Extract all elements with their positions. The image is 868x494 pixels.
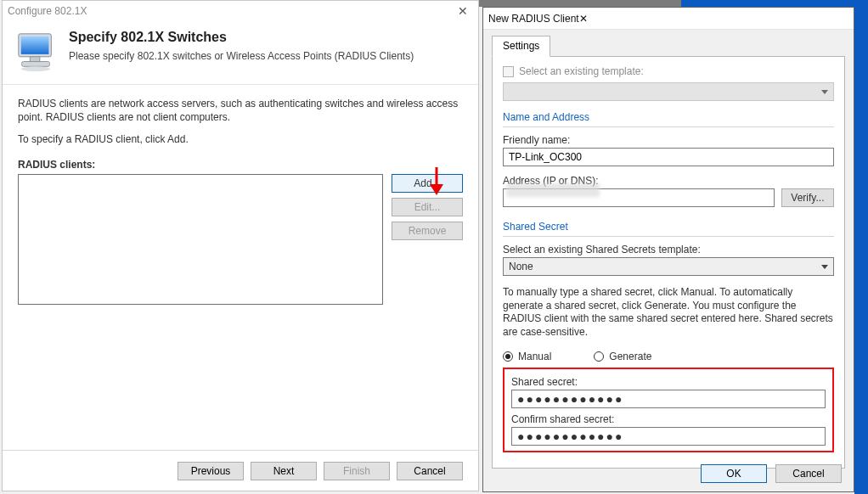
svg-rect-3 xyxy=(22,62,50,67)
shared-secret-label: Shared secret: xyxy=(511,376,826,388)
confirm-secret-label: Confirm shared secret: xyxy=(511,413,826,425)
close-icon[interactable]: ✕ xyxy=(579,13,588,25)
friendly-name-input[interactable] xyxy=(503,148,834,166)
wizard-header: Specify 802.1X Switches Please specify 8… xyxy=(3,21,478,85)
ok-button[interactable]: OK xyxy=(701,464,767,483)
dialog-titlebar[interactable]: New RADIUS Client ✕ xyxy=(483,8,854,30)
radio-generate-label: Generate xyxy=(609,351,651,362)
select-template-checkbox: Select an existing template: xyxy=(503,65,834,77)
group-name-address: Name and Address xyxy=(503,111,834,123)
radio-manual-label: Manual xyxy=(518,351,551,362)
verify-button[interactable]: Verify... xyxy=(781,188,834,207)
svg-rect-1 xyxy=(21,36,49,54)
previous-button[interactable]: Previous xyxy=(178,462,244,480)
shared-secret-template-label: Select an existing Shared Secrets templa… xyxy=(503,244,834,255)
wizard-footer: Previous Next Finish Cancel xyxy=(3,450,478,491)
svg-rect-2 xyxy=(30,57,40,62)
group-shared-secret: Shared Secret xyxy=(503,221,834,233)
titlebar[interactable]: Configure 802.1X ✕ xyxy=(3,1,478,21)
finish-button: Finish xyxy=(324,462,390,480)
radio-icon xyxy=(594,351,604,362)
separator xyxy=(503,126,834,127)
radio-generate[interactable]: Generate xyxy=(594,351,651,362)
intro-text-1: RADIUS clients are network access server… xyxy=(18,97,463,124)
manual-help-text: To manually type a shared secret, click … xyxy=(503,286,834,339)
intro-text-2: To specify a RADIUS client, click Add. xyxy=(18,132,463,146)
next-button[interactable]: Next xyxy=(251,462,317,480)
separator xyxy=(503,236,834,237)
radio-manual[interactable]: Manual xyxy=(503,351,551,362)
background-strip xyxy=(479,0,683,7)
template-combobox-disabled xyxy=(503,82,834,101)
window-title: Configure 802.1X xyxy=(8,5,87,17)
remove-button: Remove xyxy=(392,222,463,240)
monitor-icon xyxy=(14,30,59,74)
dialog-title: New RADIUS Client xyxy=(488,13,579,25)
configure-8021x-window: Configure 802.1X ✕ Specify 802.1X Switch… xyxy=(2,0,479,491)
checkbox-icon xyxy=(503,66,514,77)
new-radius-client-dialog: New RADIUS Client ✕ Settings Select an e… xyxy=(482,7,854,492)
address-input[interactable] xyxy=(503,188,775,207)
wizard-subheading: Please specify 802.1X switches or Wirele… xyxy=(69,50,414,62)
tabstrip: Settings xyxy=(483,30,854,56)
edit-button: Edit... xyxy=(392,198,463,216)
wizard-body: RADIUS clients are network access server… xyxy=(3,85,478,317)
settings-tabpage: Select an existing template: Name and Ad… xyxy=(492,56,845,469)
clients-label: RADIUS clients: xyxy=(18,159,463,171)
confirm-secret-input[interactable]: ●●●●●●●●●●●● xyxy=(511,427,826,446)
cancel-button[interactable]: Cancel xyxy=(775,464,842,483)
annotation-highlight-box: Shared secret: ●●●●●●●●●●●● Confirm shar… xyxy=(503,368,834,452)
cancel-button[interactable]: Cancel xyxy=(397,462,463,480)
svg-point-4 xyxy=(21,66,51,71)
radius-clients-listbox[interactable] xyxy=(18,174,383,305)
radio-icon xyxy=(503,351,513,362)
desktop-background-side xyxy=(854,17,868,494)
select-template-label: Select an existing template: xyxy=(519,65,644,77)
wizard-heading: Specify 802.1X Switches xyxy=(69,30,414,45)
combobox-value: None xyxy=(509,261,533,272)
shared-secret-input[interactable]: ●●●●●●●●●●●● xyxy=(511,390,826,408)
tab-settings[interactable]: Settings xyxy=(492,36,550,57)
close-icon[interactable]: ✕ xyxy=(453,4,473,18)
dialog-buttons: OK Cancel xyxy=(701,464,842,483)
shared-secret-template-combobox[interactable]: None xyxy=(503,257,834,276)
friendly-name-label: Friendly name: xyxy=(503,134,834,146)
add-button[interactable]: Add... xyxy=(392,174,463,193)
address-label: Address (IP or DNS): xyxy=(503,175,834,187)
